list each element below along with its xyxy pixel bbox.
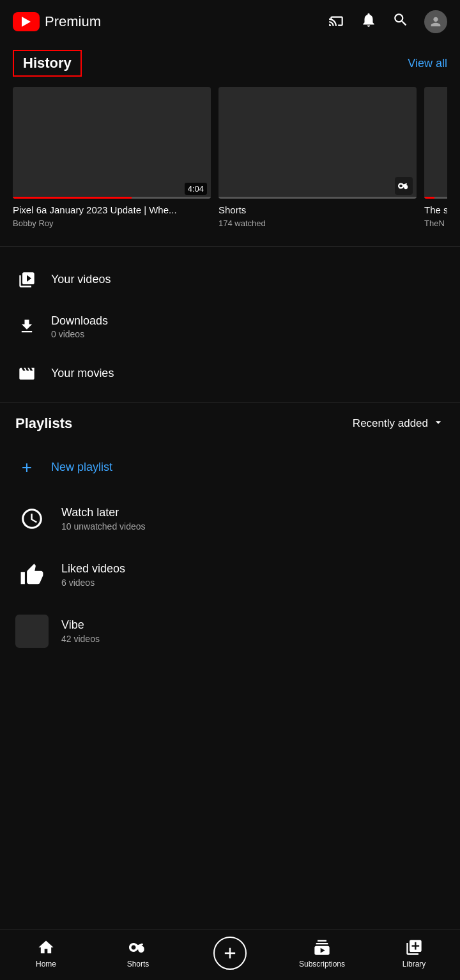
nav-subscriptions-label: Subscriptions (299, 960, 345, 969)
history-item-0[interactable]: 4:04 Pixel 6a January 2023 Update | Whe.… (13, 87, 211, 231)
playlist-item-watch-later[interactable]: Watch later 10 unwatched videos (15, 491, 445, 547)
nav-home[interactable]: Home (20, 938, 72, 969)
cast-icon[interactable] (328, 11, 345, 32)
nav-library[interactable]: Library (388, 938, 440, 969)
menu-text-your-movies: Your movies (51, 367, 114, 380)
library-icon (405, 938, 423, 957)
watch-later-text: Watch later 10 unwatched videos (61, 506, 146, 532)
shorts-badge-icon (395, 177, 413, 195)
create-icon[interactable] (213, 937, 247, 970)
vibe-thumbnail (15, 615, 49, 648)
menu-text-downloads: Downloads 0 videos (51, 314, 108, 339)
menu-item-your-videos[interactable]: Your videos (0, 257, 460, 303)
home-icon (37, 938, 55, 957)
thumb-info-2: The spri TheN (424, 199, 447, 231)
liked-videos-text: Liked videos 6 videos (61, 562, 125, 588)
thumb-duration-0: 4:04 (185, 183, 207, 195)
downloads-sublabel: 0 videos (51, 329, 108, 339)
playlist-item-liked-videos[interactable]: Liked videos 6 videos (15, 547, 445, 603)
menu-item-your-movies[interactable]: Your movies (0, 351, 460, 397)
nav-shorts[interactable]: Shorts (112, 938, 164, 969)
subscriptions-icon (313, 938, 331, 957)
notifications-icon[interactable] (360, 11, 377, 32)
section-divider-1 (0, 246, 460, 247)
your-videos-label: Your videos (51, 273, 111, 286)
playlists-section: Playlists Recently added + New playlist … (0, 402, 460, 666)
search-icon[interactable] (392, 11, 409, 32)
thumb-image-1 (218, 87, 417, 199)
liked-videos-icon (15, 558, 49, 592)
nav-create[interactable] (204, 937, 256, 970)
vibe-count: 42 videos (61, 634, 100, 644)
shorts-nav-icon (129, 938, 147, 957)
header-left: Premium (13, 12, 101, 31)
plus-icon: + (15, 456, 38, 479)
movies-icon (15, 362, 38, 385)
liked-videos-count: 6 videos (61, 578, 125, 588)
history-title[interactable]: History (13, 50, 82, 77)
youtube-play-icon (22, 17, 31, 27)
thumb-info-0: Pixel 6a January 2023 Update | Whe... Bo… (13, 199, 211, 231)
chevron-down-icon (432, 416, 445, 431)
menu-section: Your videos Downloads 0 videos Your movi… (0, 252, 460, 402)
nav-home-label: Home (36, 960, 56, 969)
header: Premium (0, 0, 460, 43)
header-icons (328, 10, 447, 33)
vibe-name: Vibe (61, 618, 100, 632)
thumb-info-1: Shorts 174 watched (218, 199, 417, 231)
thumb-title-1: Shorts (218, 204, 417, 217)
downloads-label: Downloads (51, 314, 108, 328)
menu-item-downloads[interactable]: Downloads 0 videos (0, 303, 460, 351)
history-thumbnails: 4:04 Pixel 6a January 2023 Update | Whe.… (13, 87, 447, 231)
watch-later-name: Watch later (61, 506, 146, 519)
new-playlist-label: New playlist (51, 461, 112, 474)
sort-label: Recently added (353, 417, 428, 430)
nav-library-label: Library (402, 960, 426, 969)
video-icon (15, 268, 38, 291)
thumb-title-2: The spri (424, 204, 447, 217)
history-item-1[interactable]: Shorts 174 watched (218, 87, 417, 231)
playlists-title: Playlists (15, 415, 72, 432)
liked-videos-name: Liked videos (61, 562, 125, 576)
watch-later-icon (15, 502, 49, 535)
thumb-subtitle-0: Bobby Roy (13, 218, 211, 228)
vibe-text: Vibe 42 videos (61, 618, 100, 644)
watch-later-count: 10 unwatched videos (61, 521, 146, 532)
view-all-link[interactable]: View all (408, 57, 447, 70)
thumb-subtitle-2: TheN (424, 218, 447, 228)
youtube-icon-bg (13, 12, 40, 31)
new-playlist-button[interactable]: + New playlist (15, 445, 445, 491)
thumb-image-0: 4:04 (13, 87, 211, 199)
download-icon (15, 315, 38, 338)
thumb-image-2 (424, 87, 447, 199)
app-title: Premium (45, 13, 101, 30)
your-movies-label: Your movies (51, 367, 114, 380)
nav-shorts-label: Shorts (127, 960, 150, 969)
history-section: History View all 4:04 Pixel 6a January 2… (0, 43, 460, 241)
playlist-item-vibe[interactable]: Vibe 42 videos (15, 603, 445, 659)
sort-dropdown[interactable]: Recently added (353, 416, 445, 431)
playlists-header: Playlists Recently added (15, 415, 445, 432)
history-header: History View all (13, 50, 447, 77)
thumb-subtitle-1: 174 watched (218, 218, 417, 228)
youtube-logo[interactable]: Premium (13, 12, 101, 31)
history-item-2[interactable]: The spri TheN (424, 87, 447, 231)
thumb-title-0: Pixel 6a January 2023 Update | Whe... (13, 204, 211, 217)
menu-text-your-videos: Your videos (51, 273, 111, 286)
nav-subscriptions[interactable]: Subscriptions (296, 938, 348, 969)
bottom-nav: Home Shorts Subscriptions Li (0, 930, 460, 980)
account-icon[interactable] (424, 10, 447, 33)
